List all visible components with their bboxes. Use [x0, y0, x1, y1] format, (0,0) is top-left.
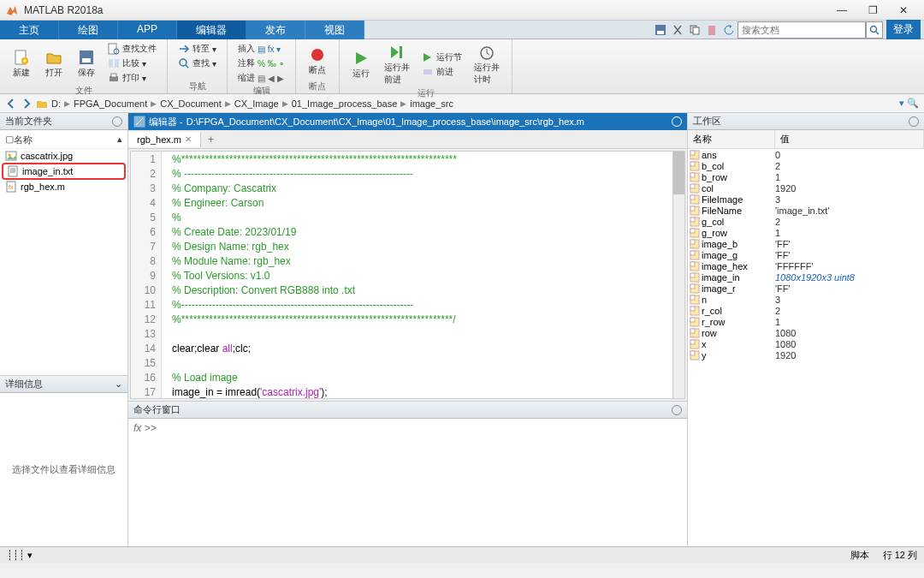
var-name: FileImage — [702, 194, 775, 205]
run-button[interactable]: 运行 — [346, 48, 376, 81]
search-input[interactable] — [737, 21, 866, 39]
workspace-row[interactable]: col1920 — [688, 182, 924, 194]
svg-rect-63 — [690, 318, 695, 322]
maximize-button[interactable]: ❐ — [857, 1, 888, 20]
workspace-row[interactable]: x1080 — [688, 338, 924, 349]
file-icon — [7, 165, 19, 177]
file-row[interactable]: image_in.txt — [2, 163, 126, 180]
panel-menu-icon[interactable] — [112, 116, 122, 127]
tab-app[interactable]: APP — [118, 21, 177, 39]
compare-button[interactable]: 比较 ▾ — [104, 57, 160, 70]
copy-icon[interactable] — [689, 24, 701, 36]
add-tab-button[interactable]: + — [201, 131, 221, 148]
details-header[interactable]: 详细信息⌄ — [0, 376, 127, 393]
crumb-5[interactable]: image_src — [410, 98, 453, 109]
workspace-row[interactable]: image_hex'FFFFFF' — [688, 260, 924, 271]
ws-panel-menu-icon[interactable] — [909, 116, 919, 127]
file-browser[interactable]: ▢ 名称▴ cascatrix.jpgimage_in.txtfxrgb_hex… — [0, 130, 127, 375]
svg-rect-39 — [690, 184, 695, 188]
svg-rect-59 — [690, 295, 695, 300]
crumb-4[interactable]: 01_Image_process_base — [292, 98, 398, 109]
workspace-row[interactable]: r_col2 — [688, 305, 924, 316]
print-button[interactable]: 打印 ▾ — [104, 71, 160, 85]
workspace-row[interactable]: y1920 — [688, 349, 924, 361]
var-icon — [690, 295, 700, 305]
details-panel: 详细信息⌄ 选择文件以查看详细信息 — [0, 375, 127, 546]
toolgroup-nav: 转至 ▾ 查找 ▾ 导航 — [168, 39, 228, 93]
login-button[interactable]: 登录 — [886, 20, 921, 39]
fwd-icon[interactable] — [21, 98, 33, 110]
var-value: 1920 — [775, 350, 922, 361]
tab-editor[interactable]: 编辑器 — [177, 21, 246, 39]
file-row[interactable]: fxrgb_hex.m — [2, 180, 126, 194]
file-row[interactable]: cascatrix.jpg — [2, 149, 126, 163]
minimize-button[interactable]: — — [826, 1, 857, 20]
paste-icon[interactable] — [706, 24, 718, 36]
workspace-table[interactable]: 名称值 ans0b_col2b_row1col1920FileImage3Fil… — [688, 130, 924, 546]
workspace-row[interactable]: g_col2 — [688, 216, 924, 227]
insert-button[interactable]: 插入 ▤ fx ▾ — [234, 42, 284, 56]
command-window-header[interactable]: 命令行窗口 — [128, 402, 687, 419]
editor-scrollbar[interactable] — [672, 152, 684, 398]
search-icon[interactable] — [866, 21, 883, 39]
run-advance-button[interactable]: 运行并 前进 — [379, 42, 415, 87]
tab-view[interactable]: 视图 — [305, 21, 364, 39]
current-folder-header[interactable]: 当前文件夹 — [0, 113, 127, 130]
var-name: image_g — [702, 250, 775, 260]
new-button[interactable]: 新建 — [7, 47, 36, 80]
tab-home[interactable]: 主页 — [0, 21, 59, 39]
workspace-row[interactable]: image_g'FF' — [688, 249, 924, 260]
workspace-row[interactable]: FileImage3 — [688, 194, 924, 205]
code-editor[interactable]: 123456789101112131415161718 %***********… — [130, 151, 685, 399]
workspace-panel: 工作区 名称值 ans0b_col2b_row1col1920FileImage… — [688, 113, 924, 546]
workspace-row[interactable]: b_col2 — [688, 160, 924, 171]
close-tab-icon[interactable]: ✕ — [185, 134, 192, 144]
comment-button[interactable]: 注释 % ‰ ⚬ — [234, 57, 288, 70]
find-button[interactable]: 查找 ▾ — [175, 57, 220, 70]
crumb-2[interactable]: CX_Document — [160, 98, 222, 109]
workspace-row[interactable]: r_row1 — [688, 316, 924, 327]
tab-publish[interactable]: 发布 — [246, 21, 305, 39]
workspace-row[interactable]: b_row1 — [688, 171, 924, 182]
var-name: ans — [702, 150, 775, 160]
save-icon[interactable] — [654, 24, 666, 36]
indent-button[interactable]: 缩进 ▤ ◀ ▶ — [234, 71, 287, 85]
workspace-row[interactable]: image_in1080x1920x3 uint8 — [688, 271, 924, 283]
workspace-row[interactable]: image_r'FF' — [688, 283, 924, 294]
tab-plot[interactable]: 绘图 — [59, 21, 118, 39]
open-button[interactable]: 打开 — [39, 47, 68, 80]
back-icon[interactable] — [5, 98, 17, 110]
col-name: 名称 — [14, 134, 33, 146]
search-path-icon[interactable]: ▾ 🔍 — [899, 98, 919, 109]
breakpoint-button[interactable]: 断点 — [303, 45, 332, 78]
close-button[interactable]: ✕ — [888, 1, 919, 20]
findfiles-button[interactable]: 查找文件 — [104, 42, 160, 56]
cmd-panel-menu-icon[interactable] — [672, 405, 682, 415]
svg-point-5 — [871, 26, 877, 32]
code-area[interactable]: %***************************************… — [162, 152, 672, 398]
workspace-row[interactable]: FileName'image_in.txt' — [688, 205, 924, 216]
editor-tab[interactable]: rgb_hex.m✕ — [128, 132, 201, 147]
workspace-row[interactable]: row1080 — [688, 327, 924, 338]
crumb-1[interactable]: FPGA_Document — [74, 98, 147, 109]
advance-button[interactable]: 前进 — [418, 65, 465, 79]
folder-icon[interactable] — [36, 98, 48, 110]
undo-icon[interactable] — [723, 24, 735, 36]
var-name: g_col — [702, 217, 775, 227]
goto-button[interactable]: 转至 ▾ — [175, 42, 220, 56]
workspace-row[interactable]: g_row1 — [688, 227, 924, 238]
cut-icon[interactable] — [672, 24, 684, 36]
workspace-row[interactable]: image_b'FF' — [688, 238, 924, 249]
run-time-button[interactable]: 运行并 计时 — [469, 42, 505, 87]
save-button[interactable]: 保存 — [72, 47, 101, 80]
runsection-button[interactable]: 运行节 — [418, 51, 465, 64]
crumb-3[interactable]: CX_Image — [234, 98, 279, 109]
command-window[interactable]: fx >> — [128, 419, 687, 546]
workspace-header[interactable]: 工作区 — [688, 113, 924, 130]
crumb-0[interactable]: D: — [51, 98, 61, 109]
svg-rect-49 — [690, 240, 695, 244]
workspace-row[interactable]: ans0 — [688, 149, 924, 160]
quick-access-bar: 主页 绘图 APP 编辑器 发布 视图 登录 — [0, 21, 924, 39]
workspace-row[interactable]: n3 — [688, 294, 924, 305]
editor-panel-menu-icon[interactable] — [672, 116, 682, 127]
